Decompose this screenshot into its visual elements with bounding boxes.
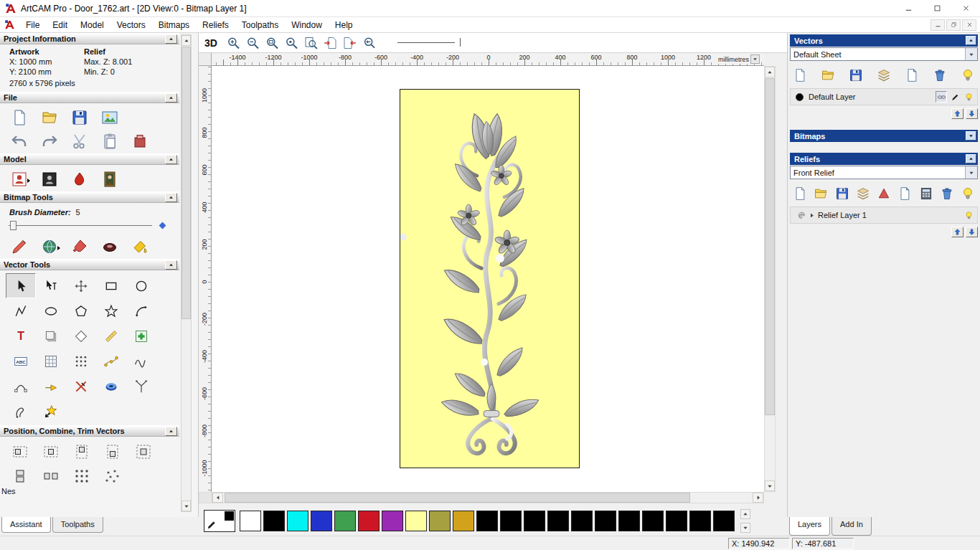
scroll-up-button[interactable]	[182, 35, 191, 46]
align-stack-icon[interactable]	[10, 467, 30, 485]
measure-tool[interactable]	[96, 323, 126, 349]
collapse-button[interactable]	[165, 260, 177, 270]
palette-colour-20[interactable]	[713, 511, 735, 531]
tab-layers[interactable]: Layers	[789, 517, 830, 536]
create-rectangle-tool[interactable]	[96, 273, 126, 298]
collapse-button[interactable]	[966, 154, 976, 163]
expand-arrow-icon[interactable]	[809, 212, 815, 219]
block-copy-tool[interactable]	[66, 349, 96, 374]
open-layer-icon[interactable]	[821, 68, 835, 82]
new-model-icon[interactable]	[10, 108, 29, 127]
loop-curve-tool[interactable]	[6, 399, 36, 424]
layer-visibility-button[interactable]	[963, 209, 974, 221]
toggle-all-visibility-icon[interactable]	[961, 186, 975, 201]
invert-relief-icon[interactable]	[40, 170, 59, 189]
sheet-dropdown-button[interactable]	[965, 48, 977, 60]
texture-relief-icon[interactable]	[100, 170, 119, 189]
zoom-box-icon[interactable]	[264, 36, 281, 50]
align-bottom-icon[interactable]	[103, 442, 123, 461]
palette-colour-7[interactable]	[405, 511, 427, 531]
menu-bitmaps[interactable]: Bitmaps	[152, 18, 196, 32]
move-layer-down-button[interactable]	[966, 227, 978, 237]
zoom-out-icon[interactable]	[245, 36, 261, 50]
calculate-relief-icon[interactable]	[919, 186, 933, 201]
grid-snap-tool[interactable]	[36, 349, 66, 374]
scroll-right-button[interactable]	[753, 493, 763, 503]
palette-colour-10[interactable]	[476, 511, 498, 531]
align-center-h-icon[interactable]	[41, 442, 61, 461]
sculpt-icon[interactable]	[70, 170, 89, 189]
colour-globe-icon[interactable]	[40, 237, 59, 256]
new-layer-icon[interactable]	[793, 68, 807, 82]
delete-model-icon[interactable]	[131, 132, 149, 151]
new-layer-icon[interactable]	[793, 186, 807, 201]
align-top-icon[interactable]	[72, 442, 92, 461]
collapse-button[interactable]	[966, 36, 976, 45]
paint-brush-icon[interactable]	[70, 237, 89, 256]
mdi-minimize-button[interactable]	[930, 19, 945, 31]
mdi-close-button[interactable]	[962, 19, 976, 31]
create-polygon-tool[interactable]	[66, 298, 96, 323]
open-model-icon[interactable]	[40, 108, 59, 127]
drawing-canvas[interactable]	[212, 66, 764, 492]
current-colour-swatch[interactable]	[204, 510, 235, 532]
delete-layer-icon[interactable]	[940, 186, 954, 201]
paint-pencil-icon[interactable]	[10, 237, 29, 256]
wrap-vectors-tool[interactable]	[36, 374, 66, 399]
offset-vectors-tool[interactable]	[36, 323, 66, 349]
collapse-button[interactable]	[165, 93, 177, 103]
relief-dropdown-button[interactable]	[965, 166, 977, 179]
import-image-icon[interactable]	[100, 108, 119, 127]
menu-vectors[interactable]: Vectors	[110, 18, 152, 32]
vector-layer-row[interactable]: Default Layer	[790, 88, 978, 105]
palette-colour-12[interactable]	[524, 511, 545, 531]
create-text-tool[interactable]: T	[6, 323, 36, 349]
block-copy-icon[interactable]	[72, 467, 92, 485]
menu-model[interactable]: Model	[74, 18, 110, 32]
align-center-icon[interactable]	[133, 442, 154, 461]
palette-colour-11[interactable]	[500, 511, 522, 531]
new-sheet-icon[interactable]	[905, 68, 919, 82]
spin-relief-tool[interactable]	[96, 374, 126, 399]
palette-colour-9[interactable]	[453, 511, 474, 531]
palette-scroll-up-button[interactable]	[740, 509, 750, 519]
slider-thumb[interactable]	[10, 221, 17, 230]
menu-help[interactable]: Help	[329, 18, 359, 32]
palette-colour-8[interactable]	[429, 511, 451, 531]
units-dropdown-button[interactable]	[750, 54, 760, 64]
relief-combobox[interactable]: Front Relief	[790, 166, 978, 179]
maximize-button[interactable]	[923, 0, 951, 16]
palette-scroll-down-button[interactable]	[740, 523, 750, 533]
star-wizard-tool[interactable]	[36, 399, 66, 424]
view-3d-button[interactable]: 3D	[199, 37, 224, 49]
palette-colour-3[interactable]	[311, 511, 332, 531]
flood-fill-icon[interactable]	[131, 237, 149, 256]
vertical-scrollbar[interactable]	[764, 66, 776, 492]
close-button[interactable]	[951, 0, 980, 16]
palette-colour-15[interactable]	[595, 511, 616, 531]
open-layer-icon[interactable]	[814, 186, 828, 201]
brush-diameter-slider[interactable]	[9, 219, 171, 232]
save-layer-icon[interactable]	[835, 186, 849, 201]
merge-layers-icon[interactable]	[856, 186, 870, 201]
menu-file[interactable]: File	[19, 18, 46, 32]
artwork-bitmap[interactable]	[400, 89, 580, 468]
layer-colour-dot[interactable]	[796, 93, 804, 101]
bezier-fork-tool[interactable]	[126, 374, 156, 399]
scrollbar-thumb[interactable]	[765, 78, 775, 415]
delete-layer-icon[interactable]	[933, 68, 947, 82]
tab-assistant[interactable]: Assistant	[1, 517, 51, 533]
toggle-all-visibility-icon[interactable]	[961, 68, 975, 82]
move-layer-up-button[interactable]	[951, 227, 963, 237]
palette-colour-4[interactable]	[334, 511, 356, 531]
relief-layer-row[interactable]: Relief Layer 1	[790, 207, 978, 224]
move-layer-up-button[interactable]	[951, 108, 963, 119]
save-layer-icon[interactable]	[849, 68, 863, 82]
scrollbar-thumb[interactable]	[225, 493, 690, 503]
paste-icon[interactable]	[100, 132, 119, 151]
minimize-button[interactable]	[894, 0, 923, 16]
create-arc-tool[interactable]	[126, 298, 156, 323]
zoom-page-icon[interactable]	[303, 36, 319, 50]
menu-edit[interactable]: Edit	[46, 18, 74, 32]
menu-reliefs[interactable]: Reliefs	[196, 18, 235, 32]
